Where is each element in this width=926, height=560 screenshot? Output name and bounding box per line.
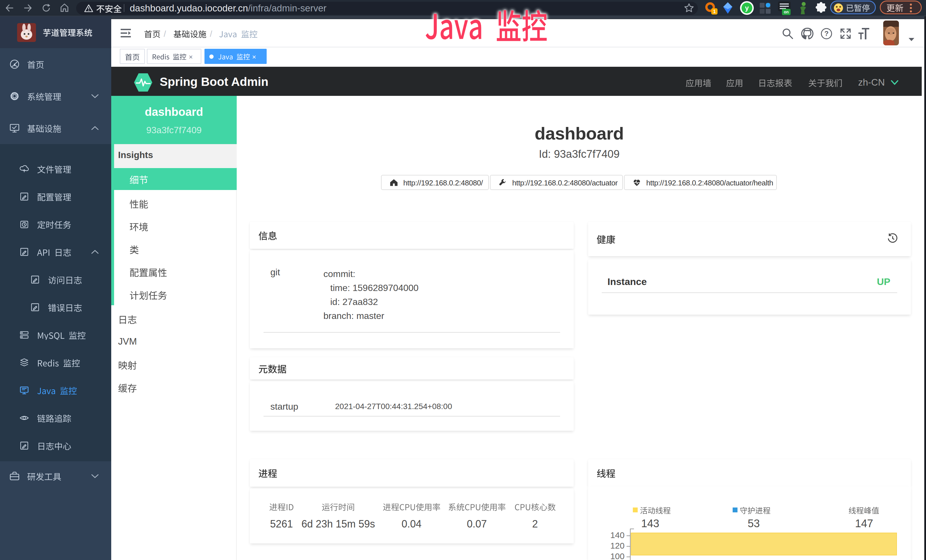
svg-text:?: ?: [825, 30, 829, 37]
svg-text:1: 1: [713, 9, 716, 14]
svg-text:on: on: [784, 10, 788, 14]
svg-text:y: y: [745, 4, 749, 12]
